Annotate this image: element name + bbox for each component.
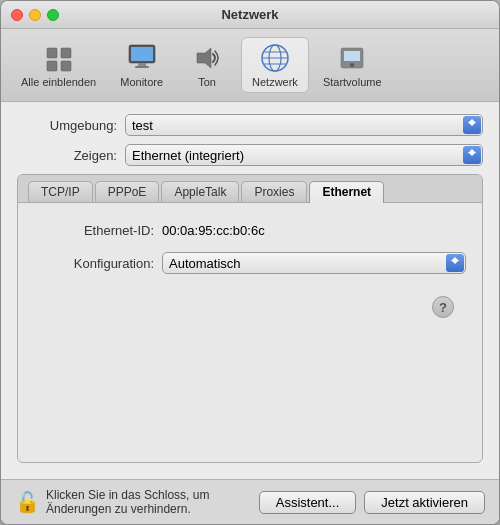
window-controls	[11, 9, 59, 21]
netzwerk-icon	[259, 42, 291, 74]
help-button[interactable]: ?	[432, 296, 454, 318]
lock-container: 🔓 Klicken Sie in das Schloss, um Änderun…	[15, 488, 251, 516]
umgebung-select-container: test	[125, 114, 483, 136]
umgebung-select[interactable]: test	[125, 114, 483, 136]
tabs-content: Ethernet-ID: 00:0a:95:cc:b0:6c Konfigura…	[18, 202, 482, 462]
svg-rect-1	[61, 48, 71, 58]
window-title: Netzwerk	[221, 7, 278, 22]
konfiguration-select[interactable]: Automatisch	[162, 252, 466, 274]
zeigen-label: Zeigen:	[17, 148, 117, 163]
svg-marker-8	[197, 48, 211, 68]
tab-proxies[interactable]: Proxies	[241, 181, 307, 202]
tab-pppoe[interactable]: PPPoE	[95, 181, 160, 202]
monitore-label: Monitore	[120, 76, 163, 88]
svg-rect-3	[61, 61, 71, 71]
tab-ethernet[interactable]: Ethernet	[309, 181, 384, 203]
umgebung-row: Umgebung: test	[17, 114, 483, 136]
ton-icon	[191, 42, 223, 74]
ethernet-id-row: Ethernet-ID: 00:0a:95:cc:b0:6c	[34, 223, 466, 238]
zeigen-select[interactable]: Ethernet (integriert)	[125, 144, 483, 166]
konfiguration-select-container: Automatisch	[162, 252, 466, 274]
monitore-icon	[126, 42, 158, 74]
title-bar: Netzwerk	[1, 1, 499, 29]
content-area: Umgebung: test Zeigen: Ethernet (integri…	[1, 102, 499, 479]
umgebung-label: Umgebung:	[17, 118, 117, 133]
startvolume-icon	[336, 42, 368, 74]
toolbar-item-monitore[interactable]: Monitore	[110, 38, 173, 92]
zeigen-row: Zeigen: Ethernet (integriert)	[17, 144, 483, 166]
toolbar: Alle einblenden Monitore	[1, 29, 499, 102]
alle-einblenden-icon	[43, 42, 75, 74]
bottom-buttons: Assistent... Jetzt aktivieren	[259, 491, 485, 514]
minimize-button[interactable]	[29, 9, 41, 21]
tabs-container: TCP/IP PPPoE AppleTalk Proxies Ethernet …	[17, 174, 483, 463]
toolbar-item-ton[interactable]: Ton	[177, 38, 237, 92]
svg-rect-5	[131, 47, 153, 61]
svg-rect-0	[47, 48, 57, 58]
main-window: Netzwerk Alle einblenden	[0, 0, 500, 525]
tabs-header: TCP/IP PPPoE AppleTalk Proxies Ethernet	[18, 175, 482, 202]
alle-einblenden-label: Alle einblenden	[21, 76, 96, 88]
netzwerk-label: Netzwerk	[252, 76, 298, 88]
toolbar-item-netzwerk[interactable]: Netzwerk	[241, 37, 309, 93]
svg-rect-2	[47, 61, 57, 71]
ethernet-id-value: 00:0a:95:cc:b0:6c	[162, 223, 265, 238]
maximize-button[interactable]	[47, 9, 59, 21]
ethernet-id-label: Ethernet-ID:	[34, 223, 154, 238]
lock-icon[interactable]: 🔓	[15, 490, 40, 514]
svg-rect-7	[135, 66, 149, 68]
toolbar-item-alle-einblenden[interactable]: Alle einblenden	[11, 38, 106, 92]
svg-point-16	[350, 63, 354, 67]
konfiguration-label: Konfiguration:	[34, 256, 154, 271]
bottom-bar: 🔓 Klicken Sie in das Schloss, um Änderun…	[1, 479, 499, 524]
lock-text: Klicken Sie in das Schloss, um Änderunge…	[46, 488, 251, 516]
startvolume-label: Startvolume	[323, 76, 382, 88]
help-area: ?	[34, 288, 466, 322]
zeigen-select-container: Ethernet (integriert)	[125, 144, 483, 166]
close-button[interactable]	[11, 9, 23, 21]
svg-rect-15	[344, 51, 360, 61]
toolbar-item-startvolume[interactable]: Startvolume	[313, 38, 392, 92]
tab-appletalk[interactable]: AppleTalk	[161, 181, 239, 202]
assistent-button[interactable]: Assistent...	[259, 491, 357, 514]
aktivieren-button[interactable]: Jetzt aktivieren	[364, 491, 485, 514]
konfiguration-row: Konfiguration: Automatisch	[34, 252, 466, 274]
ton-label: Ton	[198, 76, 216, 88]
tab-tcp-ip[interactable]: TCP/IP	[28, 181, 93, 202]
